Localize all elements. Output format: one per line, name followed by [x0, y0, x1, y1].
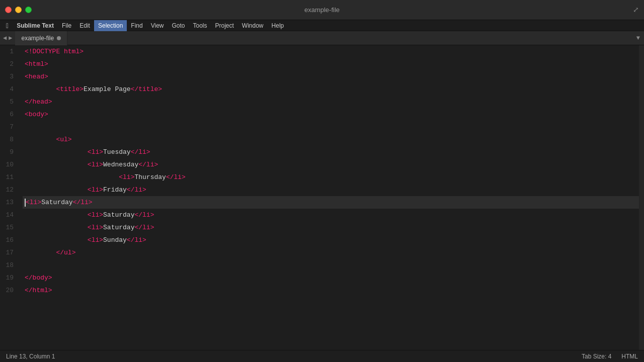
- tab-example-file[interactable]: example-file: [15, 31, 67, 45]
- tab-navigation[interactable]: ◀ ▶: [0, 34, 15, 42]
- menu-edit[interactable]: Edit: [75, 20, 94, 31]
- menu-tools[interactable]: Tools: [189, 20, 211, 31]
- line-num-7: 7: [0, 121, 18, 133]
- code-line-20: </html>: [23, 284, 639, 297]
- line-num-6: 6: [0, 108, 18, 121]
- line-num-17: 17: [0, 246, 18, 259]
- code-line-10: <li>Wednesday</li>: [23, 158, 639, 171]
- code-line-7: [23, 121, 639, 133]
- code-line-15: <li>Saturday</li>: [23, 221, 639, 234]
- code-line-14: <li>Saturday</li>: [23, 209, 639, 221]
- menu-project[interactable]: Project: [211, 20, 238, 31]
- menu-goto[interactable]: Goto: [168, 20, 189, 31]
- code-line-2: <html>: [23, 58, 639, 70]
- minimize-button[interactable]: [15, 7, 22, 13]
- line-num-10: 10: [0, 158, 18, 171]
- statusbar: Line 13, Column 1 Tab Size: 4 HTML: [0, 350, 644, 362]
- code-line-1: <!DOCTYPE html>: [23, 45, 639, 58]
- line-num-2: 2: [0, 58, 18, 70]
- code-line-4: <title>Example Page</title>: [23, 83, 639, 96]
- menu-view[interactable]: View: [147, 20, 168, 31]
- line-num-1: 1: [0, 45, 18, 58]
- maximize-button[interactable]: [25, 7, 32, 13]
- line-num-19: 19: [0, 272, 18, 284]
- line-num-15: 15: [0, 221, 18, 234]
- tab-modified-indicator: [57, 36, 61, 40]
- menu-find[interactable]: Find: [127, 20, 146, 31]
- line-num-14: 14: [0, 209, 18, 221]
- line-num-4: 4: [0, 83, 18, 96]
- cursor-position: Line 13, Column 1: [6, 353, 55, 360]
- apple-menu[interactable]: : [2, 22, 13, 30]
- code-line-12: <li>Friday</li>: [23, 184, 639, 196]
- code-line-11: <li>Thursday</li>: [23, 171, 639, 184]
- menu-file[interactable]: File: [58, 20, 75, 31]
- code-line-6: <body>: [23, 108, 639, 121]
- menu-selection[interactable]: Selection: [94, 20, 127, 31]
- menu-sublime-text[interactable]: Sublime Text: [13, 20, 58, 31]
- code-line-13: <li>Saturday</li>: [23, 196, 639, 209]
- window-controls: [5, 7, 32, 13]
- line-num-5: 5: [0, 96, 18, 108]
- menu-window[interactable]: Window: [238, 20, 268, 31]
- tab-filename: example-file: [21, 35, 54, 42]
- line-num-11: 11: [0, 171, 18, 184]
- code-line-3: <head>: [23, 70, 639, 83]
- editor: 1 2 3 4 5 6 7 8 9 10 11 12 13 14 15 16 1…: [0, 45, 644, 350]
- code-line-17: </ul>: [23, 246, 639, 259]
- statusbar-right: Tab Size: 4 HTML: [582, 353, 638, 360]
- code-line-8: <ul>: [23, 133, 639, 146]
- language-mode: HTML: [621, 353, 638, 360]
- line-num-20: 20: [0, 284, 18, 297]
- expand-icon[interactable]: ⤢: [633, 6, 639, 14]
- code-editor[interactable]: <!DOCTYPE html> <html> <head> <title>Exa…: [23, 45, 639, 350]
- code-line-16: <li>Sunday</li>: [23, 234, 639, 246]
- menu-help[interactable]: Help: [268, 20, 288, 31]
- tabbar: ◀ ▶ example-file ▼: [0, 31, 644, 45]
- scrollbar[interactable]: [639, 45, 644, 350]
- line-num-18: 18: [0, 259, 18, 272]
- code-line-18: [23, 259, 639, 272]
- code-line-19: </body>: [23, 272, 639, 284]
- tab-prev-arrow[interactable]: ◀: [3, 34, 7, 42]
- line-num-3: 3: [0, 70, 18, 83]
- line-num-13: 13: [0, 196, 18, 209]
- tab-list-button[interactable]: ▼: [632, 35, 644, 42]
- line-num-9: 9: [0, 146, 18, 158]
- code-line-5: </head>: [23, 96, 639, 108]
- window-title: example-file: [304, 6, 340, 14]
- line-num-8: 8: [0, 133, 18, 146]
- line-num-16: 16: [0, 234, 18, 246]
- close-button[interactable]: [5, 7, 12, 13]
- tab-next-arrow[interactable]: ▶: [9, 34, 12, 42]
- menubar:  Sublime Text File Edit Selection Find …: [0, 20, 644, 31]
- code-line-9: <li>Tuesday</li>: [23, 146, 639, 158]
- line-num-12: 12: [0, 184, 18, 196]
- titlebar: example-file ⤢: [0, 0, 644, 20]
- line-numbers: 1 2 3 4 5 6 7 8 9 10 11 12 13 14 15 16 1…: [0, 45, 23, 350]
- tab-size: Tab Size: 4: [582, 353, 611, 360]
